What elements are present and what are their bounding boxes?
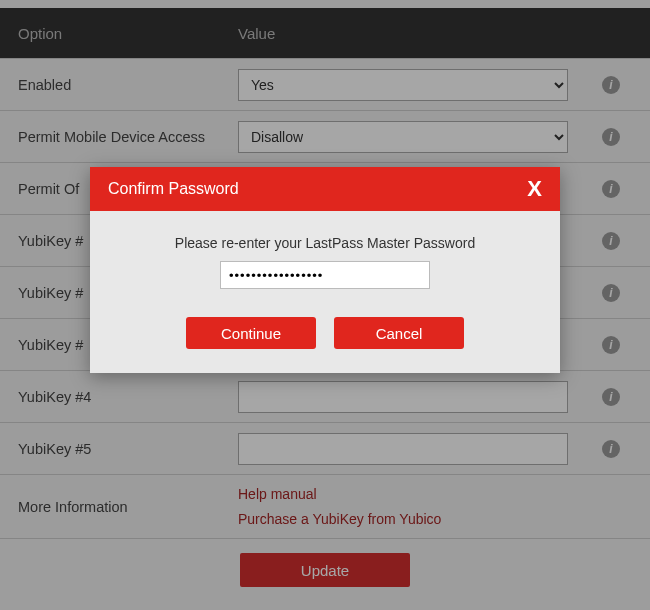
confirm-password-modal: Confirm Password X Please re-enter your … <box>90 167 560 373</box>
continue-button[interactable]: Continue <box>186 317 316 349</box>
modal-title: Confirm Password <box>108 180 239 198</box>
modal-prompt: Please re-enter your LastPass Master Pas… <box>110 235 540 251</box>
modal-header: Confirm Password X <box>90 167 560 211</box>
close-icon[interactable]: X <box>527 176 542 202</box>
cancel-button[interactable]: Cancel <box>334 317 464 349</box>
master-password-input[interactable] <box>220 261 430 289</box>
modal-body: Please re-enter your LastPass Master Pas… <box>90 211 560 373</box>
